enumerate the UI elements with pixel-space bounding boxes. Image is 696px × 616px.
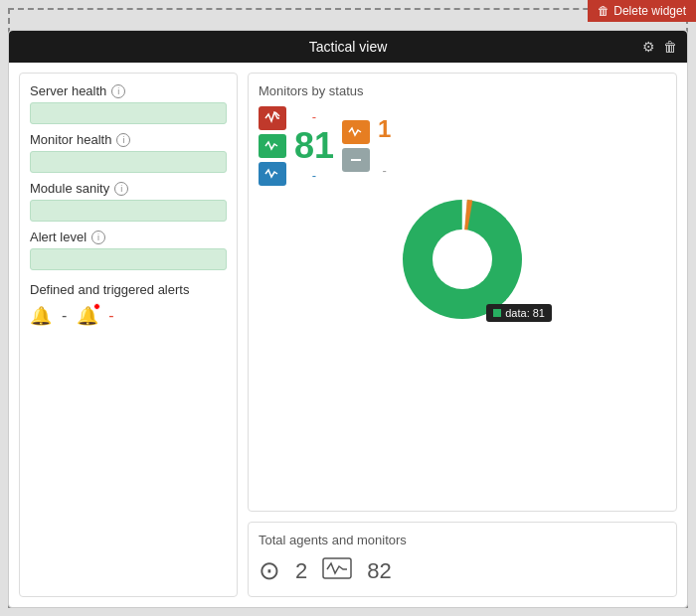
trash-icon: 🗑 xyxy=(598,4,609,18)
normal-value: 81 xyxy=(294,126,334,166)
widget-header: Tactical view ⚙ 🗑 xyxy=(9,31,687,63)
alert-level-text: Alert level xyxy=(30,230,87,244)
not-init-value: - xyxy=(383,163,387,178)
bell-icon: 🔔 xyxy=(30,305,52,327)
alert-triggered-value: - xyxy=(108,307,113,325)
header-icons: ⚙ 🗑 xyxy=(642,39,677,55)
warning-value: 1 xyxy=(378,115,391,143)
monitor-health-bar xyxy=(30,151,227,173)
widget-body: Server health i Monitor health i Module … xyxy=(9,63,687,607)
monitors-section: Monitors by status xyxy=(248,73,677,512)
pie-chart: data: 81 xyxy=(393,190,532,332)
warning-icon xyxy=(342,120,370,144)
server-health-bar xyxy=(30,102,227,124)
alerts-label-text: Defined and triggered alerts xyxy=(30,282,227,297)
monitor-health-info-icon[interactable]: i xyxy=(116,133,130,147)
delete-button-label: Delete widget xyxy=(613,4,686,18)
monitors-section-title: Monitors by status xyxy=(259,83,666,98)
alerts-section: Defined and triggered alerts 🔔 - 🔔 - xyxy=(30,282,227,331)
total-row: ⊙ 2 82 xyxy=(259,555,666,586)
bell-dot xyxy=(93,303,100,310)
left-panel: Server health i Monitor health i Module … xyxy=(19,73,238,597)
bell-red-container: 🔔 xyxy=(77,305,98,327)
alerts-row: 🔔 - 🔔 - xyxy=(30,301,227,331)
normal-icon xyxy=(259,134,286,158)
critical-icon xyxy=(259,106,286,130)
widget-container: Tactical view ⚙ 🗑 Server health i Monito… xyxy=(8,30,688,608)
gear-icon[interactable]: ⚙ xyxy=(642,39,655,55)
trash-icon-header[interactable]: 🗑 xyxy=(663,39,677,55)
module-sanity-text: Module sanity xyxy=(30,181,109,196)
monitors-top-row: - 81 - xyxy=(259,106,666,186)
delete-widget-button[interactable]: 🗑 Delete widget xyxy=(588,0,696,22)
tooltip-text: data: 81 xyxy=(505,307,545,319)
alert-level-label-row: Alert level i xyxy=(30,230,227,244)
monitor-count: 82 xyxy=(367,558,391,584)
server-health-text: Server health xyxy=(30,83,106,98)
total-agents-section: Total agents and monitors ⊙ 2 82 xyxy=(248,522,677,597)
critical-value: - xyxy=(312,109,316,124)
not-init-icon xyxy=(342,148,370,172)
chart-area: data: 81 xyxy=(259,186,666,335)
agent-count: 2 xyxy=(295,558,307,584)
status-values-col4: 1 - xyxy=(378,115,391,178)
alert-level-item: Alert level i xyxy=(30,230,227,270)
monitor-health-item: Monitor health i xyxy=(30,132,227,173)
monitor-icon-total xyxy=(322,557,352,584)
tooltip-dot xyxy=(493,309,501,317)
alert-defined-value: - xyxy=(62,307,67,325)
status-icons-col1 xyxy=(259,106,286,186)
status-values-col2: - 81 - xyxy=(294,109,334,183)
header-title: Tactical view xyxy=(309,39,388,55)
server-health-label-row: Server health i xyxy=(30,83,227,98)
module-sanity-info-icon[interactable]: i xyxy=(114,182,128,196)
unknown-icon xyxy=(259,162,286,186)
chart-tooltip: data: 81 xyxy=(486,304,552,322)
status-icons-col3 xyxy=(342,120,370,172)
monitor-health-text: Monitor health xyxy=(30,132,111,147)
monitor-health-label-row: Monitor health i xyxy=(30,132,227,147)
server-health-item: Server health i xyxy=(30,83,227,124)
module-sanity-label-row: Module sanity i xyxy=(30,181,227,196)
svg-point-3 xyxy=(433,230,492,289)
unknown-value: - xyxy=(312,168,316,183)
alert-level-info-icon[interactable]: i xyxy=(91,231,105,244)
right-panel: Monitors by status xyxy=(248,73,677,597)
module-sanity-item: Module sanity i xyxy=(30,181,227,222)
server-health-info-icon[interactable]: i xyxy=(111,84,125,98)
agent-icon: ⊙ xyxy=(259,555,280,586)
total-section-title: Total agents and monitors xyxy=(259,533,666,547)
module-sanity-bar xyxy=(30,200,227,222)
alert-level-bar xyxy=(30,248,227,270)
